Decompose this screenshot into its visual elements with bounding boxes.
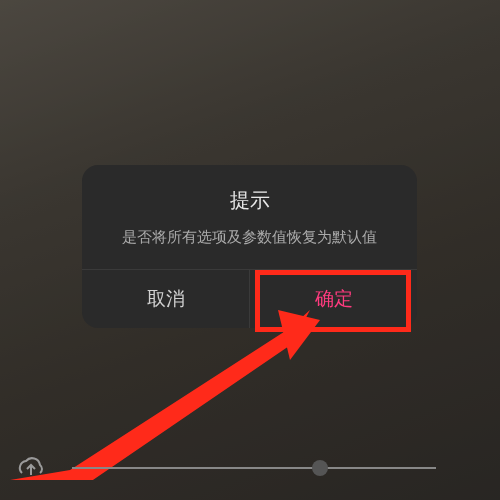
dialog-title: 提示 — [102, 187, 397, 214]
dialog-button-row: 取消 确定 — [82, 269, 417, 328]
slider-thumb[interactable] — [312, 460, 328, 476]
bottom-toolbar — [0, 448, 500, 488]
slider-track[interactable] — [72, 467, 436, 469]
upload-cloud-icon[interactable] — [14, 451, 48, 485]
cancel-button[interactable]: 取消 — [82, 270, 250, 328]
dialog-header: 提示 — [82, 165, 417, 222]
dialog-message: 是否将所有选项及参数值恢复为默认值 — [82, 222, 417, 269]
confirm-button[interactable]: 确定 — [250, 270, 417, 328]
confirm-dialog: 提示 是否将所有选项及参数值恢复为默认值 取消 确定 — [82, 165, 417, 328]
